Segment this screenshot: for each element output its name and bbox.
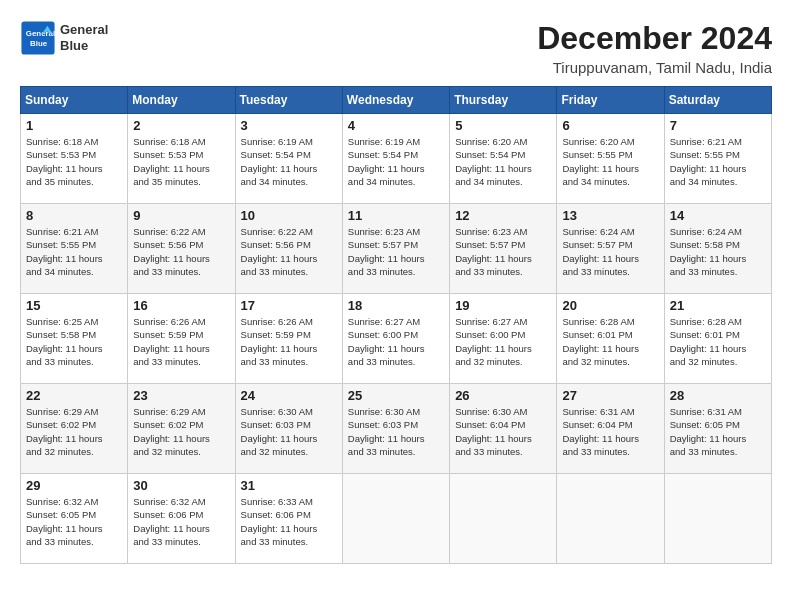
svg-rect-0 xyxy=(21,21,54,54)
day-number: 31 xyxy=(241,478,337,493)
day-number: 30 xyxy=(133,478,229,493)
cell-details: Sunrise: 6:31 AMSunset: 6:05 PMDaylight:… xyxy=(670,405,766,458)
cell-details: Sunrise: 6:23 AMSunset: 5:57 PMDaylight:… xyxy=(348,225,444,278)
calendar-cell: 14Sunrise: 6:24 AMSunset: 5:58 PMDayligh… xyxy=(664,204,771,294)
cell-details: Sunrise: 6:28 AMSunset: 6:01 PMDaylight:… xyxy=(670,315,766,368)
cell-details: Sunrise: 6:27 AMSunset: 6:00 PMDaylight:… xyxy=(348,315,444,368)
weekday-header-saturday: Saturday xyxy=(664,87,771,114)
day-number: 28 xyxy=(670,388,766,403)
calendar-cell: 8Sunrise: 6:21 AMSunset: 5:55 PMDaylight… xyxy=(21,204,128,294)
day-number: 2 xyxy=(133,118,229,133)
cell-details: Sunrise: 6:19 AMSunset: 5:54 PMDaylight:… xyxy=(348,135,444,188)
calendar-cell: 26Sunrise: 6:30 AMSunset: 6:04 PMDayligh… xyxy=(450,384,557,474)
calendar-cell: 7Sunrise: 6:21 AMSunset: 5:55 PMDaylight… xyxy=(664,114,771,204)
calendar-cell: 17Sunrise: 6:26 AMSunset: 5:59 PMDayligh… xyxy=(235,294,342,384)
cell-details: Sunrise: 6:19 AMSunset: 5:54 PMDaylight:… xyxy=(241,135,337,188)
calendar-cell: 2Sunrise: 6:18 AMSunset: 5:53 PMDaylight… xyxy=(128,114,235,204)
cell-details: Sunrise: 6:26 AMSunset: 5:59 PMDaylight:… xyxy=(133,315,229,368)
weekday-row: SundayMondayTuesdayWednesdayThursdayFrid… xyxy=(21,87,772,114)
calendar-cell: 20Sunrise: 6:28 AMSunset: 6:01 PMDayligh… xyxy=(557,294,664,384)
cell-details: Sunrise: 6:21 AMSunset: 5:55 PMDaylight:… xyxy=(670,135,766,188)
day-number: 8 xyxy=(26,208,122,223)
weekday-header-monday: Monday xyxy=(128,87,235,114)
day-number: 24 xyxy=(241,388,337,403)
calendar-cell: 25Sunrise: 6:30 AMSunset: 6:03 PMDayligh… xyxy=(342,384,449,474)
calendar-cell: 3Sunrise: 6:19 AMSunset: 5:54 PMDaylight… xyxy=(235,114,342,204)
weekday-header-wednesday: Wednesday xyxy=(342,87,449,114)
calendar-cell: 15Sunrise: 6:25 AMSunset: 5:58 PMDayligh… xyxy=(21,294,128,384)
day-number: 17 xyxy=(241,298,337,313)
cell-details: Sunrise: 6:24 AMSunset: 5:57 PMDaylight:… xyxy=(562,225,658,278)
cell-details: Sunrise: 6:29 AMSunset: 6:02 PMDaylight:… xyxy=(26,405,122,458)
cell-details: Sunrise: 6:28 AMSunset: 6:01 PMDaylight:… xyxy=(562,315,658,368)
day-number: 20 xyxy=(562,298,658,313)
svg-text:General: General xyxy=(26,29,55,38)
cell-details: Sunrise: 6:26 AMSunset: 5:59 PMDaylight:… xyxy=(241,315,337,368)
calendar-week-2: 8Sunrise: 6:21 AMSunset: 5:55 PMDaylight… xyxy=(21,204,772,294)
weekday-header-friday: Friday xyxy=(557,87,664,114)
calendar-cell: 30Sunrise: 6:32 AMSunset: 6:06 PMDayligh… xyxy=(128,474,235,564)
calendar-cell xyxy=(664,474,771,564)
cell-details: Sunrise: 6:22 AMSunset: 5:56 PMDaylight:… xyxy=(133,225,229,278)
cell-details: Sunrise: 6:30 AMSunset: 6:04 PMDaylight:… xyxy=(455,405,551,458)
cell-details: Sunrise: 6:32 AMSunset: 6:06 PMDaylight:… xyxy=(133,495,229,548)
svg-text:Blue: Blue xyxy=(30,39,48,48)
day-number: 15 xyxy=(26,298,122,313)
calendar-header: SundayMondayTuesdayWednesdayThursdayFrid… xyxy=(21,87,772,114)
calendar-cell xyxy=(557,474,664,564)
cell-details: Sunrise: 6:31 AMSunset: 6:04 PMDaylight:… xyxy=(562,405,658,458)
day-number: 18 xyxy=(348,298,444,313)
logo: General Blue General Blue xyxy=(20,20,108,56)
calendar-cell: 27Sunrise: 6:31 AMSunset: 6:04 PMDayligh… xyxy=(557,384,664,474)
day-number: 10 xyxy=(241,208,337,223)
calendar-cell xyxy=(450,474,557,564)
weekday-header-sunday: Sunday xyxy=(21,87,128,114)
calendar-week-1: 1Sunrise: 6:18 AMSunset: 5:53 PMDaylight… xyxy=(21,114,772,204)
calendar-cell: 12Sunrise: 6:23 AMSunset: 5:57 PMDayligh… xyxy=(450,204,557,294)
weekday-header-thursday: Thursday xyxy=(450,87,557,114)
title-area: December 2024 Tiruppuvanam, Tamil Nadu, … xyxy=(537,20,772,76)
cell-details: Sunrise: 6:25 AMSunset: 5:58 PMDaylight:… xyxy=(26,315,122,368)
cell-details: Sunrise: 6:27 AMSunset: 6:00 PMDaylight:… xyxy=(455,315,551,368)
calendar-cell: 29Sunrise: 6:32 AMSunset: 6:05 PMDayligh… xyxy=(21,474,128,564)
cell-details: Sunrise: 6:23 AMSunset: 5:57 PMDaylight:… xyxy=(455,225,551,278)
day-number: 6 xyxy=(562,118,658,133)
day-number: 9 xyxy=(133,208,229,223)
cell-details: Sunrise: 6:18 AMSunset: 5:53 PMDaylight:… xyxy=(26,135,122,188)
calendar-body: 1Sunrise: 6:18 AMSunset: 5:53 PMDaylight… xyxy=(21,114,772,564)
cell-details: Sunrise: 6:30 AMSunset: 6:03 PMDaylight:… xyxy=(348,405,444,458)
day-number: 5 xyxy=(455,118,551,133)
day-number: 27 xyxy=(562,388,658,403)
cell-details: Sunrise: 6:30 AMSunset: 6:03 PMDaylight:… xyxy=(241,405,337,458)
day-number: 29 xyxy=(26,478,122,493)
calendar-cell: 10Sunrise: 6:22 AMSunset: 5:56 PMDayligh… xyxy=(235,204,342,294)
day-number: 1 xyxy=(26,118,122,133)
cell-details: Sunrise: 6:18 AMSunset: 5:53 PMDaylight:… xyxy=(133,135,229,188)
calendar-week-3: 15Sunrise: 6:25 AMSunset: 5:58 PMDayligh… xyxy=(21,294,772,384)
calendar-cell: 6Sunrise: 6:20 AMSunset: 5:55 PMDaylight… xyxy=(557,114,664,204)
calendar-cell: 1Sunrise: 6:18 AMSunset: 5:53 PMDaylight… xyxy=(21,114,128,204)
day-number: 26 xyxy=(455,388,551,403)
day-number: 13 xyxy=(562,208,658,223)
day-number: 19 xyxy=(455,298,551,313)
cell-details: Sunrise: 6:33 AMSunset: 6:06 PMDaylight:… xyxy=(241,495,337,548)
calendar-cell: 21Sunrise: 6:28 AMSunset: 6:01 PMDayligh… xyxy=(664,294,771,384)
cell-details: Sunrise: 6:29 AMSunset: 6:02 PMDaylight:… xyxy=(133,405,229,458)
calendar-cell: 24Sunrise: 6:30 AMSunset: 6:03 PMDayligh… xyxy=(235,384,342,474)
day-number: 22 xyxy=(26,388,122,403)
calendar-cell: 22Sunrise: 6:29 AMSunset: 6:02 PMDayligh… xyxy=(21,384,128,474)
day-number: 12 xyxy=(455,208,551,223)
day-number: 25 xyxy=(348,388,444,403)
calendar-cell: 31Sunrise: 6:33 AMSunset: 6:06 PMDayligh… xyxy=(235,474,342,564)
calendar-week-4: 22Sunrise: 6:29 AMSunset: 6:02 PMDayligh… xyxy=(21,384,772,474)
day-number: 7 xyxy=(670,118,766,133)
day-number: 4 xyxy=(348,118,444,133)
cell-details: Sunrise: 6:20 AMSunset: 5:55 PMDaylight:… xyxy=(562,135,658,188)
calendar-cell: 23Sunrise: 6:29 AMSunset: 6:02 PMDayligh… xyxy=(128,384,235,474)
calendar-cell: 16Sunrise: 6:26 AMSunset: 5:59 PMDayligh… xyxy=(128,294,235,384)
header: General Blue General Blue December 2024 … xyxy=(20,20,772,76)
day-number: 11 xyxy=(348,208,444,223)
calendar-week-5: 29Sunrise: 6:32 AMSunset: 6:05 PMDayligh… xyxy=(21,474,772,564)
day-number: 23 xyxy=(133,388,229,403)
day-number: 3 xyxy=(241,118,337,133)
